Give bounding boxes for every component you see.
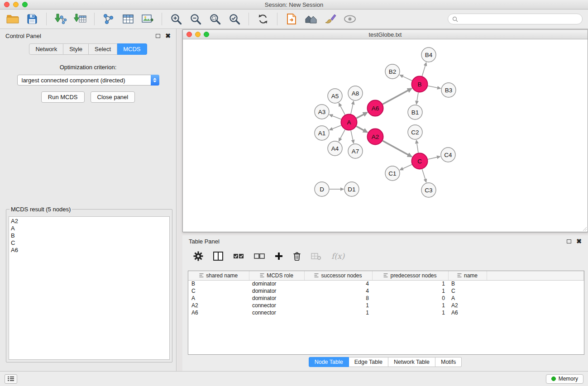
zoom-selected-button[interactable]	[226, 11, 243, 27]
zoom-out-button[interactable]	[187, 11, 204, 27]
node-B1[interactable]: B1	[408, 105, 422, 119]
node-A5[interactable]: A5	[328, 89, 342, 103]
node-B[interactable]: B	[412, 76, 428, 92]
edge-B-B2[interactable]	[403, 76, 412, 81]
node-A8[interactable]: A8	[348, 86, 363, 100]
cell-name[interactable]: B	[448, 280, 487, 287]
network-snapshot-button[interactable]	[283, 11, 300, 27]
show-hide-button[interactable]	[342, 11, 358, 27]
cell-predecessor-nodes[interactable]: 0	[372, 295, 448, 302]
tab-select[interactable]: Select	[89, 43, 117, 55]
close-network-window-button[interactable]	[186, 32, 192, 37]
node-A4[interactable]: A4	[328, 141, 342, 156]
cell-predecessor-nodes[interactable]: 1	[372, 280, 448, 287]
fullscreen-window-button[interactable]	[22, 2, 28, 7]
float-table-panel-icon[interactable]	[567, 239, 571, 243]
cell-successor-nodes[interactable]: 8	[304, 295, 372, 302]
task-history-button[interactable]	[5, 374, 17, 384]
zoom-network-window-button[interactable]	[204, 32, 209, 37]
cell-successor-nodes[interactable]: 4	[304, 280, 372, 287]
cell-successor-nodes[interactable]: 1	[304, 309, 372, 316]
apply-layout-button[interactable]	[255, 11, 271, 27]
cell-name[interactable]: A2	[448, 302, 487, 309]
node-C1[interactable]: C1	[385, 166, 400, 181]
edge-A-A8[interactable]	[351, 104, 353, 114]
edge-A6-B[interactable]	[382, 91, 408, 104]
result-item[interactable]: A2	[11, 218, 167, 225]
node-A6[interactable]: A6	[368, 100, 383, 116]
cell-mcds-role[interactable]: dominator	[249, 280, 304, 287]
import-table-button[interactable]	[72, 11, 88, 27]
node-B2[interactable]: B2	[385, 64, 400, 79]
tab-node-table[interactable]: Node Table	[309, 357, 349, 367]
cell-shared-name[interactable]: C	[188, 287, 249, 295]
edge-A-A4[interactable]	[340, 129, 345, 138]
edge-B-B4[interactable]	[422, 66, 425, 76]
node-A[interactable]: A	[341, 114, 357, 130]
node-B3[interactable]: B3	[441, 83, 456, 97]
deselect-all-button[interactable]	[254, 253, 265, 259]
edge-C-C2[interactable]	[417, 143, 418, 153]
minimize-window-button[interactable]	[13, 2, 19, 7]
cell-name[interactable]: A	[448, 295, 487, 302]
close-panel-button[interactable]: Close panel	[91, 91, 135, 103]
search-input[interactable]	[460, 16, 578, 22]
edge-C-C4[interactable]	[428, 157, 437, 159]
column-header-predecessor-nodes[interactable]: predecessor nodes	[372, 271, 448, 280]
node-D1[interactable]: D1	[344, 182, 359, 196]
new-network-button[interactable]	[100, 11, 117, 27]
node-C4[interactable]: C4	[441, 148, 455, 162]
cell-predecessor-nodes[interactable]: 1	[372, 309, 448, 316]
apply-style-button[interactable]	[322, 11, 339, 27]
edge-B-B1[interactable]	[417, 92, 418, 101]
edge-C-C1[interactable]	[403, 165, 412, 169]
cell-mcds-role[interactable]: connector	[249, 309, 304, 316]
column-header-successor-nodes[interactable]: successor nodes	[304, 271, 372, 280]
table-row[interactable]: Cdominator41C	[188, 287, 584, 295]
cell-shared-name[interactable]: A	[188, 295, 249, 302]
node-D[interactable]: D	[315, 182, 329, 196]
run-mcds-button[interactable]: Run MCDS	[41, 91, 85, 103]
minimize-network-window-button[interactable]	[195, 32, 201, 37]
cell-mcds-role[interactable]: connector	[249, 302, 304, 309]
resize-grip-icon[interactable]	[582, 226, 587, 231]
export-image-button[interactable]	[139, 11, 156, 27]
cell-mcds-role[interactable]: dominator	[249, 295, 304, 302]
edge-C-C3[interactable]	[422, 169, 425, 179]
network-window-titlebar[interactable]: testGlobe.txt	[183, 30, 588, 39]
edge-A-A5[interactable]	[340, 106, 345, 115]
edge-A-A3[interactable]	[332, 116, 341, 119]
node-A1[interactable]: A1	[315, 126, 329, 140]
table-row[interactable]: A6connector11A6	[188, 309, 584, 316]
column-header-shared-name[interactable]: shared name	[188, 271, 249, 280]
edge-A-A1[interactable]	[332, 125, 341, 129]
node-A7[interactable]: A7	[348, 144, 363, 158]
new-table-button[interactable]	[120, 11, 136, 27]
cell-shared-name[interactable]: B	[188, 280, 249, 287]
table-row[interactable]: Adominator80A	[188, 295, 584, 302]
zoom-fit-button[interactable]	[207, 11, 223, 27]
cell-mcds-role[interactable]: dominator	[249, 287, 304, 295]
tab-motifs[interactable]: Motifs	[435, 357, 462, 367]
tab-edge-table[interactable]: Edge Table	[349, 357, 388, 367]
result-item[interactable]: A6	[11, 247, 167, 254]
zoom-in-button[interactable]	[168, 11, 184, 27]
node-C[interactable]: C	[412, 153, 428, 169]
edge-A-A2[interactable]	[356, 126, 363, 130]
cell-name[interactable]: C	[448, 287, 487, 295]
edge-A2-C[interactable]	[382, 141, 408, 155]
cell-predecessor-nodes[interactable]: 1	[372, 287, 448, 295]
column-header-mcds-role[interactable]: MCDS role	[249, 271, 304, 280]
tab-style[interactable]: Style	[63, 43, 89, 55]
network-graph[interactable]: B4B2BB3A8A5A6A3B1AC2A1A2A4A7C4CC1C3DD1	[183, 40, 588, 232]
node-A2[interactable]: A2	[368, 129, 383, 145]
cell-name[interactable]: A6	[448, 309, 487, 316]
tab-network[interactable]: Network	[29, 43, 63, 55]
table-row[interactable]: Bdominator41B	[188, 280, 584, 287]
cell-predecessor-nodes[interactable]: 1	[372, 302, 448, 309]
node-C3[interactable]: C3	[421, 183, 436, 197]
node-B4[interactable]: B4	[421, 48, 436, 62]
memory-button[interactable]: Memory	[546, 374, 583, 384]
edge-B-B3[interactable]	[428, 86, 437, 88]
cell-shared-name[interactable]: A6	[188, 309, 249, 316]
